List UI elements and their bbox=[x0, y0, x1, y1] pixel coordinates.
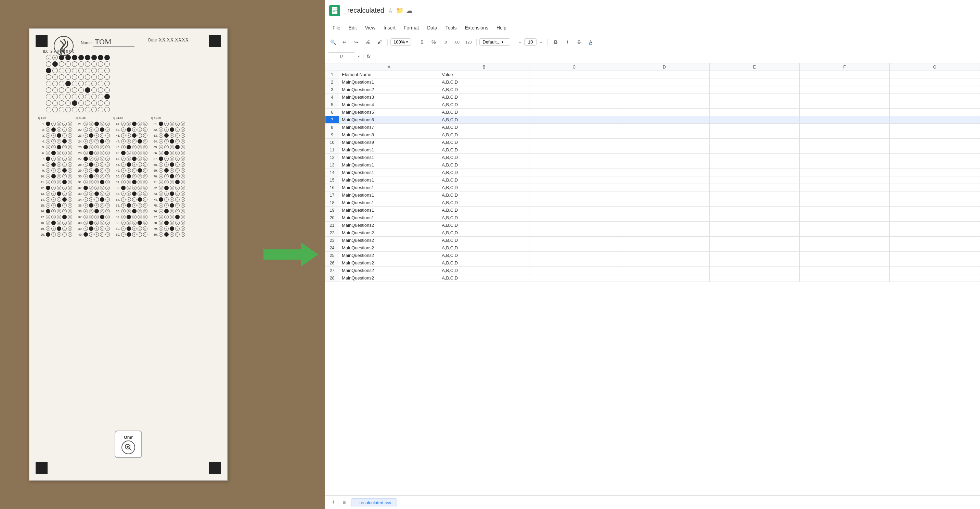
cell-b[interactable]: A,B,C,D bbox=[439, 184, 529, 191]
cell-g[interactable] bbox=[890, 199, 980, 207]
cell-d[interactable] bbox=[619, 161, 710, 169]
cell-e[interactable] bbox=[710, 146, 799, 154]
cell-g[interactable] bbox=[890, 94, 980, 101]
table-row[interactable]: 19 MainQuestions1 A,B,C,D bbox=[325, 207, 980, 214]
cell-f[interactable] bbox=[800, 214, 890, 222]
cell-e[interactable] bbox=[710, 207, 799, 214]
cell-a[interactable]: MainQuestions1 bbox=[339, 161, 439, 169]
cell-a[interactable]: MainQuestions5 bbox=[339, 109, 439, 116]
cell-f[interactable] bbox=[800, 78, 890, 86]
font-size-decrease-btn[interactable]: − bbox=[516, 38, 523, 46]
cell-g[interactable] bbox=[890, 146, 980, 154]
cell-d[interactable] bbox=[619, 169, 710, 176]
cell-b[interactable]: A,B,C,D bbox=[439, 229, 529, 237]
cell-d[interactable] bbox=[619, 86, 710, 94]
cell-c[interactable] bbox=[529, 131, 619, 139]
cell-c[interactable] bbox=[529, 109, 619, 116]
cell-b[interactable]: A,B,C,D bbox=[439, 86, 529, 94]
cell-b[interactable]: A,B,C,D bbox=[439, 146, 529, 154]
menu-help[interactable]: Help bbox=[493, 24, 510, 32]
cell-f[interactable] bbox=[800, 252, 890, 259]
cell-d[interactable] bbox=[619, 139, 710, 146]
cell-e[interactable] bbox=[710, 131, 799, 139]
table-row[interactable]: 10 MainQuestions9 A,B,C,D bbox=[325, 139, 980, 146]
cell-c[interactable] bbox=[529, 191, 619, 199]
cell-d[interactable] bbox=[619, 109, 710, 116]
font-color-btn[interactable]: A bbox=[585, 37, 596, 47]
cell-f[interactable] bbox=[800, 154, 890, 161]
cell-g[interactable] bbox=[890, 71, 980, 78]
cell-d[interactable] bbox=[619, 71, 710, 78]
cell-a[interactable]: MainQuestions1 bbox=[339, 146, 439, 154]
cell-a[interactable]: MainQuestions6 bbox=[339, 116, 439, 124]
cell-a[interactable]: MainQuestions1 bbox=[339, 214, 439, 222]
cell-a[interactable]: MainQuestions2 bbox=[339, 252, 439, 259]
cell-e[interactable] bbox=[710, 161, 799, 169]
cell-d[interactable] bbox=[619, 78, 710, 86]
cell-b[interactable]: A,B,C,D bbox=[439, 252, 529, 259]
cell-g[interactable] bbox=[890, 101, 980, 109]
cell-g[interactable] bbox=[890, 109, 980, 116]
col-header-c[interactable]: C bbox=[529, 63, 619, 71]
cell-d[interactable] bbox=[619, 199, 710, 207]
cell-b[interactable]: A,B,C,D bbox=[439, 101, 529, 109]
cell-f[interactable] bbox=[800, 109, 890, 116]
cell-c[interactable] bbox=[529, 139, 619, 146]
cell-d[interactable] bbox=[619, 146, 710, 154]
font-size-value[interactable]: 10 bbox=[524, 38, 536, 46]
cell-c[interactable] bbox=[529, 124, 619, 131]
table-row[interactable]: 13 MainQuestions1 A,B,C,D bbox=[325, 161, 980, 169]
menu-data[interactable]: Data bbox=[424, 24, 441, 32]
col-header-d[interactable]: D bbox=[619, 63, 710, 71]
cell-a[interactable]: MainQuestions7 bbox=[339, 124, 439, 131]
cell-a[interactable]: MainQuestions1 bbox=[339, 154, 439, 161]
cell-f[interactable] bbox=[800, 184, 890, 191]
decimal-inc-btn[interactable]: .0 bbox=[440, 37, 450, 47]
cell-c[interactable] bbox=[529, 267, 619, 274]
table-row[interactable]: 7 MainQuestions6 A,B,C,D bbox=[325, 116, 980, 124]
cell-f[interactable] bbox=[800, 199, 890, 207]
cell-f[interactable] bbox=[800, 124, 890, 131]
cell-e[interactable] bbox=[710, 169, 799, 176]
table-row[interactable]: 1 Element Name Value bbox=[325, 71, 980, 78]
cell-e[interactable] bbox=[710, 214, 799, 222]
number-format-btn[interactable]: 123 bbox=[463, 37, 474, 47]
cell-e[interactable] bbox=[710, 78, 799, 86]
sheet-tab-recalculated[interactable]: _recalculated.csv bbox=[351, 498, 397, 507]
cell-a[interactable]: MainQuestions2 bbox=[339, 237, 439, 244]
cell-g[interactable] bbox=[890, 124, 980, 131]
cell-d[interactable] bbox=[619, 191, 710, 199]
cell-b[interactable]: A,B,C,D bbox=[439, 78, 529, 86]
cell-c[interactable] bbox=[529, 161, 619, 169]
cell-a[interactable]: MainQuestions2 bbox=[339, 274, 439, 282]
sheet-menu-button[interactable]: ≡ bbox=[340, 498, 348, 507]
cell-f[interactable] bbox=[800, 237, 890, 244]
cell-c[interactable] bbox=[529, 116, 619, 124]
cell-b[interactable]: A,B,C,D bbox=[439, 267, 529, 274]
cell-g[interactable] bbox=[890, 169, 980, 176]
cell-g[interactable] bbox=[890, 86, 980, 94]
table-row[interactable]: 15 MainQuestions1 A,B,C,D bbox=[325, 176, 980, 184]
cell-d[interactable] bbox=[619, 116, 710, 124]
cell-e[interactable] bbox=[710, 124, 799, 131]
cell-b[interactable]: A,B,C,D bbox=[439, 176, 529, 184]
cell-d[interactable] bbox=[619, 237, 710, 244]
cell-c[interactable] bbox=[529, 237, 619, 244]
font-family-select[interactable]: Default... ▾ bbox=[479, 38, 510, 46]
cell-g[interactable] bbox=[890, 229, 980, 237]
cell-b[interactable]: A,B,C,D bbox=[439, 131, 529, 139]
cell-g[interactable] bbox=[890, 214, 980, 222]
cell-c[interactable] bbox=[529, 244, 619, 252]
table-row[interactable]: 18 MainQuestions1 A,B,C,D bbox=[325, 199, 980, 207]
cell-e[interactable] bbox=[710, 176, 799, 184]
cell-f[interactable] bbox=[800, 244, 890, 252]
cell-a[interactable]: MainQuestions1 bbox=[339, 184, 439, 191]
cell-e[interactable] bbox=[710, 94, 799, 101]
cell-d[interactable] bbox=[619, 94, 710, 101]
cell-g[interactable] bbox=[890, 154, 980, 161]
cell-b[interactable]: A,B,C,D bbox=[439, 237, 529, 244]
table-row[interactable]: 3 MainQuestions2 A,B,C,D bbox=[325, 86, 980, 94]
cell-f[interactable] bbox=[800, 169, 890, 176]
cell-b[interactable]: A,B,C,D bbox=[439, 154, 529, 161]
cell-f[interactable] bbox=[800, 207, 890, 214]
